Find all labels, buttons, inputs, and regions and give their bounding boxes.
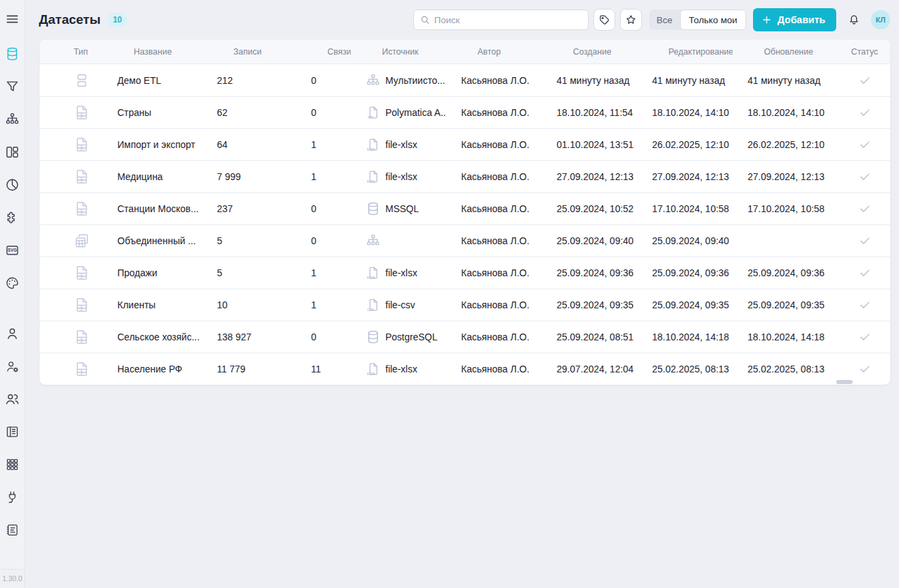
sidebar-item-datasets[interactable]	[4, 46, 20, 62]
col-header-name[interactable]: Название	[102, 47, 202, 57]
dataset-updated: 17.10.2024, 10:58	[733, 203, 839, 214]
table-file-icon	[40, 328, 102, 346]
dataset-author: Касьянова Л.О.	[446, 75, 542, 86]
table-row[interactable]: Клиенты101CSVfile-csvКасьянова Л.О.25.09…	[40, 289, 890, 321]
table-row[interactable]: Медицина7 9991XLSXfile-xlsxКасьянова Л.О…	[40, 160, 890, 192]
table-file-icon	[40, 104, 102, 121]
filter-mine-tab[interactable]: Только мои	[680, 10, 746, 30]
dataset-name: Демо ETL	[102, 75, 202, 86]
table-file-icon	[40, 136, 102, 153]
sidebar-item-svg-assets[interactable]: SVG	[4, 242, 20, 259]
notifications-button[interactable]	[847, 13, 861, 27]
dataset-records: 138 927	[202, 332, 296, 342]
col-header-source[interactable]: Источник	[351, 47, 446, 57]
sidebar-item-modules[interactable]	[4, 456, 20, 473]
col-header-created[interactable]: Создание	[542, 47, 637, 57]
dataset-records: 7 999	[202, 171, 296, 182]
menu-toggle-button[interactable]	[5, 12, 20, 27]
status-check-icon	[839, 298, 890, 312]
filter-icon	[5, 79, 20, 94]
dataset-links: 11	[296, 364, 351, 374]
dataset-edited: 25.09.2024, 09:40	[637, 235, 733, 246]
multisource-icon	[366, 233, 381, 248]
dataset-created: 25.09.2024, 09:36	[542, 267, 637, 278]
table-row[interactable]: Продажи51XLSXfile-xlsxКасьянова Л.О.25.0…	[40, 256, 890, 289]
horizontal-scrollbar-thumb[interactable]	[836, 380, 853, 384]
dataset-source-label: file-xlsx	[385, 171, 417, 182]
star-icon	[625, 14, 637, 26]
sidebar-item-users[interactable]	[4, 391, 20, 407]
dataset-source: APIPolymatica A...	[351, 105, 446, 120]
dataset-edited: 27.09.2024, 12:13	[637, 171, 733, 182]
col-header-type[interactable]: Тип	[40, 47, 102, 57]
add-button[interactable]: Добавить	[753, 8, 836, 31]
tags-icon	[598, 14, 610, 26]
dataset-created: 25.09.2024, 08:51	[542, 332, 637, 342]
svg-text:SVG: SVG	[8, 248, 17, 252]
status-check-icon	[839, 362, 890, 376]
table-row[interactable]: Сельское хозяйс...138 9270PostgreSQLКась…	[40, 321, 890, 353]
dataset-source: XLSXfile-xlsx	[351, 169, 446, 184]
sidebar-item-dashboards[interactable]	[4, 144, 20, 160]
table-row[interactable]: Объединенный ...50Касьянова Л.О.25.09.20…	[40, 224, 890, 256]
status-check-icon	[839, 106, 890, 119]
dataset-name: Продажи	[102, 267, 202, 278]
dataset-source-label: file-xlsx	[385, 139, 417, 150]
dataset-links: 1	[296, 299, 351, 310]
dataset-created: 01.10.2024, 13:51	[542, 139, 637, 150]
table-row[interactable]: Население РФ11 77911XLSXfile-xlsxКасьяно…	[40, 353, 890, 385]
dataset-created: 25.09.2024, 09:35	[542, 299, 637, 310]
dataset-updated: 18.10.2024, 14:10	[733, 107, 839, 118]
dataset-links: 1	[296, 267, 351, 278]
sidebar-item-themes[interactable]	[4, 275, 20, 291]
table-row[interactable]: Станции Москов...2370MSSQLКасьянова Л.О.…	[40, 192, 890, 224]
dataset-author: Касьянова Л.О.	[446, 203, 542, 214]
topbar: Датасеты 10 Все Только мои Добавить КЛ	[25, 0, 899, 40]
dataset-updated: 18.10.2024, 14:18	[733, 332, 839, 342]
dataset-edited: 26.02.2025, 12:10	[637, 139, 733, 150]
dataset-updated: 25.09.2024, 09:35	[733, 299, 839, 310]
dataset-edited: 41 минуту назад	[637, 75, 733, 86]
favorites-filter-button[interactable]	[620, 9, 642, 31]
table-file-icon	[40, 200, 102, 218]
table-row[interactable]: Страны620APIPolymatica A...Касьянова Л.О…	[40, 96, 890, 128]
col-header-author[interactable]: Автор	[446, 47, 542, 57]
dataset-author: Касьянова Л.О.	[446, 235, 542, 246]
dataset-records: 5	[202, 267, 296, 278]
table-row[interactable]: Импорт и экспорт641XLSXfile-xlsxКасьянов…	[40, 128, 890, 160]
filter-all-tab[interactable]: Все	[649, 15, 680, 25]
puzzle-icon	[5, 210, 20, 225]
dataset-edited: 18.10.2024, 14:10	[637, 107, 733, 118]
sidebar-item-plugins[interactable]	[4, 209, 20, 226]
tags-filter-button[interactable]	[593, 9, 615, 31]
status-check-icon	[839, 138, 890, 151]
sidebar-item-charts[interactable]	[4, 177, 20, 193]
col-header-links[interactable]: Связи	[296, 47, 351, 57]
sidebar-item-user-settings[interactable]	[4, 358, 20, 374]
sidebar-item-filters[interactable]	[4, 78, 20, 95]
page-title: Датасеты	[39, 12, 100, 27]
dataset-edited: 25.09.2024, 09:36	[637, 267, 733, 278]
sidebar-nav: SVG	[4, 46, 20, 555]
search-icon	[419, 14, 430, 25]
col-header-status[interactable]: Статус	[839, 47, 890, 57]
avatar[interactable]: КЛ	[871, 10, 890, 29]
dataset-source-label: MSSQL	[385, 203, 419, 214]
col-header-updated[interactable]: Обновление	[733, 47, 839, 57]
search-box[interactable]	[413, 10, 589, 30]
sidebar-item-etl[interactable]	[4, 111, 20, 128]
status-check-icon	[839, 330, 890, 344]
table-file-icon	[40, 168, 102, 186]
col-header-records[interactable]: Записи	[202, 47, 296, 57]
dataset-updated: 26.02.2025, 12:10	[733, 139, 839, 150]
sidebar-item-profile[interactable]	[4, 325, 20, 342]
dataset-source-label: file-xlsx	[385, 267, 417, 278]
svg-text:XLSX: XLSX	[367, 276, 376, 280]
search-input[interactable]	[434, 15, 583, 25]
svg-text:XLSX: XLSX	[367, 148, 376, 151]
sidebar-item-logs[interactable]	[4, 522, 20, 538]
table-row[interactable]: Демо ETL2120Мультиисто...Касьянова Л.О.4…	[40, 64, 890, 96]
sidebar-item-journal[interactable]	[4, 424, 20, 440]
sidebar-item-connections[interactable]	[4, 489, 20, 505]
col-header-edited[interactable]: Редактирование	[637, 47, 733, 57]
